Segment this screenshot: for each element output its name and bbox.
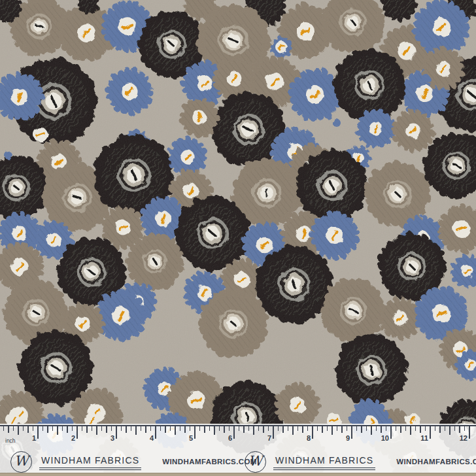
ruler-tick: [121, 426, 122, 431]
ruler-tick: [23, 426, 24, 431]
ruler-tick: [165, 426, 166, 433]
ruler-tick: [376, 426, 377, 431]
ruler-tick: [141, 426, 142, 431]
ruler-tick: [175, 426, 176, 435]
ruler-tick: [233, 426, 235, 439]
ruler-tick: [351, 426, 352, 439]
fabric-swatch-photo: inch W WINDHAM FABRICS WINDHAMFABRICS.CO…: [0, 0, 476, 476]
ruler-tick: [47, 426, 48, 433]
ruler-tick: [86, 426, 88, 433]
windham-brand-block: W WINDHAM FABRICS WINDHAMFABRICS.COM: [245, 449, 476, 474]
ruler-tick: [224, 426, 225, 433]
ruler-tick: [292, 426, 294, 435]
ruler-tick: [371, 426, 372, 435]
ruler-tick: [420, 426, 421, 433]
ruler-tick: [405, 426, 407, 431]
ruler-tick: [273, 426, 274, 439]
ruler-tick: [239, 426, 240, 431]
windham-website-text: WINDHAMFABRICS.COM: [396, 458, 476, 466]
ruler-tick: [155, 426, 156, 439]
ruler-tick: [13, 426, 14, 431]
ruler-tick: [307, 426, 309, 431]
ruler-number: 1: [20, 434, 36, 442]
branding-row: W WINDHAM FABRICS WINDHAMFABRICS.COM W W…: [0, 449, 476, 474]
ruler-tick: [347, 426, 348, 431]
ruler-tick: [194, 426, 196, 439]
fabric-grain-texture: [0, 0, 476, 476]
ruler-number: 6: [216, 434, 232, 442]
ruler-tick: [76, 426, 78, 439]
ruler-tick: [341, 426, 343, 433]
ruler-tick: [322, 426, 323, 433]
ruler-number: 4: [138, 434, 154, 442]
ruler-unit-label: inch: [5, 437, 16, 444]
ruler-tick: [209, 426, 211, 431]
ruler-number: 9: [334, 434, 350, 442]
ruler-tick: [278, 426, 279, 431]
ruler-tick: [82, 426, 83, 431]
ruler-tick: [396, 426, 397, 431]
ruler-tick: [42, 426, 44, 431]
ruler-tick: [439, 426, 441, 433]
ruler-tick: [263, 426, 264, 433]
windham-website-text: WINDHAMFABRICS.COM: [162, 458, 257, 466]
ruler-tick: [312, 426, 313, 439]
ruler-number: 5: [177, 434, 193, 442]
ruler-tick: [33, 426, 34, 431]
ruler-tick: [67, 426, 68, 433]
ruler-tick: [135, 426, 137, 435]
ruler-tick: [253, 426, 254, 435]
ruler-tick: [356, 426, 358, 431]
ruler-tick: [415, 426, 416, 431]
ruler-tick: [204, 426, 205, 433]
ruler-tick: [101, 426, 103, 431]
ruler-tick: [258, 426, 260, 431]
ruler-tick: [3, 426, 5, 431]
windham-wordmark: WINDHAM FABRICS: [273, 455, 375, 468]
ruler-tick: [229, 426, 230, 431]
ruler-tick: [445, 426, 446, 431]
ruler-tick: [72, 426, 73, 431]
ruler-tick: [96, 426, 97, 435]
ruler-tick: [180, 426, 181, 431]
ruler-tick: [131, 426, 132, 431]
ruler-number: 8: [295, 434, 311, 442]
ruler-tick: [170, 426, 171, 431]
ruler-tick: [62, 426, 63, 431]
ruler-tick: [37, 426, 39, 439]
ruler-tick: [327, 426, 328, 431]
ruler-tick: [160, 426, 162, 431]
windham-logo-icon: W: [10, 451, 32, 473]
ruler-number: 12: [452, 434, 468, 442]
ruler-tick: [145, 426, 146, 433]
windham-logo-icon: W: [245, 451, 266, 473]
ruler-tick: [366, 426, 367, 431]
ruler-tick: [116, 426, 117, 439]
ruler-tick: [248, 426, 250, 431]
ruler-tick: [282, 426, 284, 433]
ruler-tick: [337, 426, 338, 431]
ruler-tick: [449, 426, 450, 435]
ruler-tick: [8, 426, 9, 433]
ruler-tick: [361, 426, 362, 433]
ruler-tick: [332, 426, 333, 435]
ruler-tick: [92, 426, 93, 431]
ruler-tick: [18, 426, 19, 435]
windham-brand-block: W WINDHAM FABRICS WINDHAMFABRICS.COM: [10, 449, 257, 474]
ruler-number: 3: [99, 434, 114, 442]
ruler-tick: [27, 426, 29, 433]
ruler-tick: [243, 426, 245, 433]
ruler-tick: [57, 426, 58, 435]
ruler-tick: [52, 426, 54, 431]
ruler-tick: [288, 426, 289, 431]
ruler-number: 10: [373, 434, 389, 442]
ruler-tick: [400, 426, 401, 433]
ruler-tick: [268, 426, 269, 431]
ruler-tick: [199, 426, 201, 431]
ruler-tick: [469, 426, 470, 439]
ruler-tick: [126, 426, 127, 433]
ruler-tick: [184, 426, 186, 433]
ruler-tick: [390, 426, 392, 439]
ruler-tick: [454, 426, 456, 431]
ruler-tick: [298, 426, 299, 431]
